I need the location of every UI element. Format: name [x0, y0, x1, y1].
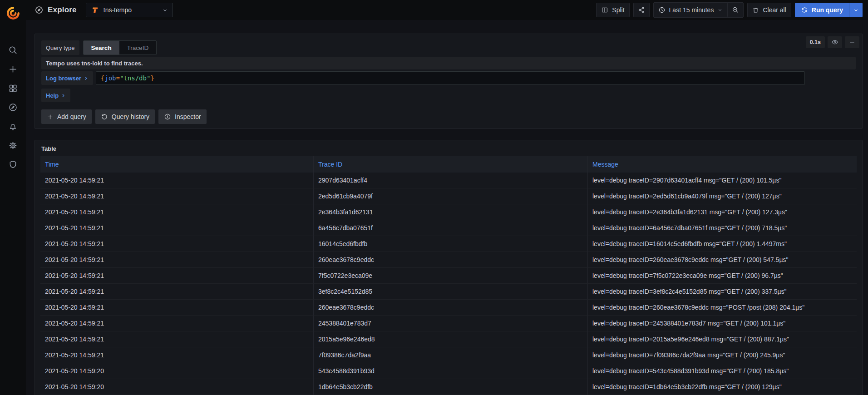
table-row: 2021-05-20 14:59:212015a5e96e246ed8level… — [40, 331, 857, 347]
plus-icon — [47, 114, 54, 120]
time-cell: 2021-05-20 14:59:21 — [40, 220, 314, 236]
query-token-string: "tns/db" — [120, 74, 150, 82]
message-cell: level=debug traceID=2907d63401acff4 msg=… — [588, 173, 857, 188]
alerting-bell-icon — [8, 122, 18, 131]
table-row: 2021-05-20 14:59:216a456c7dba07651flevel… — [40, 220, 857, 236]
trace-id-cell: 543c4588d391b93d — [314, 363, 588, 379]
column-header-message[interactable]: Message — [588, 156, 857, 173]
time-cell: 2021-05-20 14:59:20 — [40, 363, 314, 379]
message-cell: level=debug traceID=7f09386c7da2f9aa msg… — [588, 347, 857, 363]
grafana-logo[interactable] — [0, 0, 26, 26]
log-browser-button[interactable]: Log browser — [41, 71, 93, 85]
time-cell: 2021-05-20 14:59:21 — [40, 236, 314, 252]
trace-id-cell: 3ef8c2c4e5152d85 — [314, 284, 588, 300]
split-button[interactable]: Split — [596, 3, 629, 17]
trace-id-cell: 245388401e783d7 — [314, 316, 588, 331]
search-icon — [8, 45, 18, 55]
query-collapse-button[interactable] — [845, 36, 859, 48]
time-controls: Last 15 minutes — [653, 2, 744, 18]
message-cell: level=debug traceID=1db64e5b3cb22dfb msg… — [588, 379, 857, 395]
time-cell: 2021-05-20 14:59:21 — [40, 316, 314, 331]
chevron-right-icon — [61, 93, 66, 98]
sidebar-item-search[interactable] — [0, 40, 26, 59]
sidebar-item-explore[interactable] — [0, 98, 26, 117]
share-button[interactable] — [633, 3, 650, 17]
chevron-down-icon — [717, 7, 723, 13]
query-type-row: Query type Search TraceID — [41, 40, 856, 55]
share-icon — [638, 6, 645, 14]
run-query-dropdown-button[interactable] — [849, 3, 863, 17]
query-input[interactable]: {job="tns/db"} — [96, 71, 805, 85]
clear-all-button[interactable]: Clear all — [747, 3, 791, 17]
query-actions-row: Add query Query history Inspector — [41, 109, 856, 124]
page-title: Explore — [48, 5, 77, 15]
trace-id-cell: 2907d63401acff4 — [314, 173, 588, 188]
top-navbar: Explore tns-tempo Split — [26, 0, 868, 20]
sidebar-item-create[interactable] — [0, 59, 26, 79]
sidebar-menu — [0, 40, 26, 174]
run-query-label: Run query — [812, 6, 843, 14]
zoom-out-button[interactable] — [727, 3, 743, 17]
eye-icon — [831, 39, 838, 46]
query-editor-panel: 0.1s Query type Search TraceID Tempo use… — [35, 34, 863, 129]
time-cell: 2021-05-20 14:59:21 — [40, 300, 314, 316]
inspector-button[interactable]: Inspector — [158, 109, 207, 124]
chevron-right-icon — [84, 76, 89, 81]
table-header-row: Time Trace ID Message — [40, 156, 857, 173]
trace-id-cell: 6a456c7dba07651f — [314, 220, 588, 236]
time-range-label: Last 15 minutes — [669, 6, 714, 14]
message-cell: level=debug traceID=16014c5ed6fbdfb msg=… — [588, 236, 857, 252]
trace-id-cell: 7f5c0722e3eca09e — [314, 268, 588, 284]
table-row: 2021-05-20 14:59:21260eae3678c9eddclevel… — [40, 300, 857, 316]
chevron-down-icon — [162, 7, 168, 13]
trace-id-cell: 260eae3678c9eddc — [314, 252, 588, 268]
message-cell: level=debug traceID=245388401e783d7 msg=… — [588, 316, 857, 331]
explore-content: 0.1s Query type Search TraceID Tempo use… — [26, 20, 868, 395]
sidebar-item-configuration[interactable] — [0, 136, 26, 155]
table-row: 2021-05-20 14:59:2116014c5ed6fbdfblevel=… — [40, 236, 857, 252]
column-header-time[interactable]: Time — [40, 156, 314, 173]
table-row: 2021-05-20 14:59:21245388401e783d7level=… — [40, 316, 857, 331]
table-body: 2021-05-20 14:59:212907d63401acff4level=… — [40, 173, 857, 395]
tab-traceid[interactable]: TraceID — [119, 41, 157, 54]
message-cell: level=debug traceID=6a456c7dba07651f msg… — [588, 220, 857, 236]
add-query-button[interactable]: Add query — [41, 109, 92, 124]
dashboards-icon — [8, 84, 18, 93]
table-panel-title: Table — [35, 140, 862, 156]
query-panel-controls: 0.1s — [806, 36, 859, 48]
help-button[interactable]: Help — [41, 89, 70, 102]
datasource-name: tns-tempo — [104, 6, 158, 14]
datasource-picker[interactable]: tns-tempo — [86, 3, 173, 17]
message-cell: level=debug traceID=260eae3678c9eddc msg… — [588, 300, 857, 316]
trace-id-cell: 2015a5e96e246ed8 — [314, 331, 588, 347]
history-icon — [101, 113, 108, 120]
split-label: Split — [612, 6, 624, 14]
inspector-label: Inspector — [175, 113, 201, 120]
plus-icon — [8, 64, 18, 74]
trace-id-cell: 2e364b3fa1d62131 — [314, 204, 588, 220]
sidebar — [0, 0, 26, 395]
sidebar-item-alerting[interactable] — [0, 117, 26, 136]
datasource-info-text: Tempo uses tns-loki to find traces. — [41, 57, 856, 69]
tab-search[interactable]: Search — [84, 41, 119, 54]
query-token-close-brace: } — [151, 74, 154, 82]
query-elapsed-badge: 0.1s — [806, 36, 825, 48]
trace-id-cell: 260eae3678c9eddc — [314, 300, 588, 316]
chevron-down-icon — [853, 7, 859, 13]
table-row: 2021-05-20 14:59:212ed5d61cb9a4079flevel… — [40, 188, 857, 204]
explore-compass-icon — [8, 103, 18, 112]
table-row: 2021-05-20 14:59:201db64e5b3cb22dfblevel… — [40, 379, 857, 395]
query-history-button[interactable]: Query history — [95, 109, 155, 124]
query-visibility-button[interactable] — [828, 36, 842, 48]
time-picker-button[interactable]: Last 15 minutes — [654, 3, 728, 17]
column-header-trace-id[interactable]: Trace ID — [314, 156, 588, 173]
help-label: Help — [46, 92, 59, 99]
trash-icon — [752, 7, 759, 14]
run-query-button[interactable]: Run query — [795, 3, 849, 17]
message-cell: level=debug traceID=2015a5e96e246ed8 msg… — [588, 331, 857, 347]
query-field-row: Log browser {job="tns/db"} — [41, 71, 856, 85]
table-row: 2021-05-20 14:59:20543c4588d391b93dlevel… — [40, 363, 857, 379]
query-type-tabs: Search TraceID — [83, 40, 157, 55]
sidebar-item-dashboards[interactable] — [0, 79, 26, 98]
sidebar-item-server-admin[interactable] — [0, 155, 26, 174]
